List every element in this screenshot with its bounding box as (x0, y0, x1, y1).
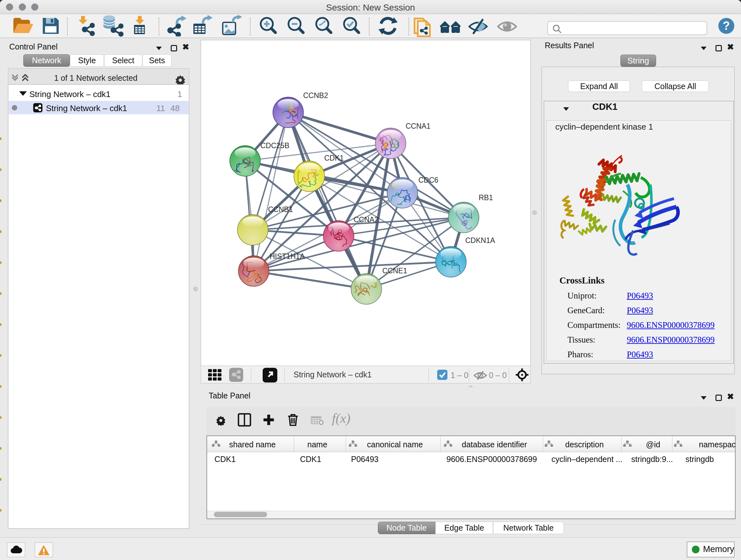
svg-text:CDC6: CDC6 (418, 176, 439, 184)
svg-text:CCNA1: CCNA1 (406, 122, 430, 130)
svg-text:CCNB1: CCNB1 (268, 205, 293, 213)
svg-text:CDK1: CDK1 (324, 154, 344, 162)
svg-text:CCNB2: CCNB2 (303, 91, 328, 100)
svg-text:CDKN1A: CDKN1A (465, 236, 495, 245)
svg-text:CDC25B: CDC25B (260, 141, 289, 150)
svg-text:CCNA2: CCNA2 (354, 215, 379, 224)
svg-text:?: ? (723, 19, 730, 32)
svg-text:CCNE1: CCNE1 (382, 266, 407, 275)
svg-text:HIST1H1A: HIST1H1A (270, 252, 305, 260)
svg-text:RB1: RB1 (479, 193, 493, 202)
